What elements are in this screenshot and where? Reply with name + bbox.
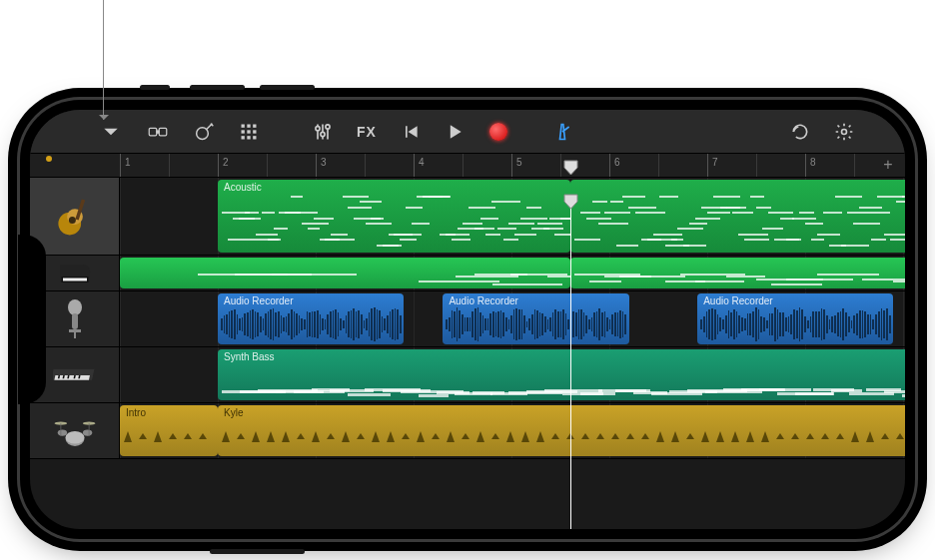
region-keys-1[interactable] [570,258,905,288]
record-button[interactable] [477,117,519,147]
svg-point-14 [321,132,325,136]
track-acoustic: Acoustic [30,178,905,256]
svg-rect-4 [242,124,245,127]
track-lane-acoustic[interactable]: Acoustic [120,178,905,255]
track-lane-keys[interactable] [120,256,905,290]
svg-point-2 [157,130,160,133]
ruler-bar-1: 1 [120,154,131,177]
track-lane-drummer[interactable]: IntroKyle [120,403,905,458]
svg-point-37 [82,429,91,435]
toolbar: FX [30,110,905,154]
track-keys [30,256,905,291]
svg-rect-24 [72,313,78,329]
svg-rect-6 [253,124,256,127]
record-icon [489,123,507,141]
grand-piano-icon [57,261,93,286]
browser-button[interactable] [134,117,182,147]
drum-kit-icon [53,414,97,448]
region-keys-0[interactable] [120,258,570,288]
svg-rect-22 [63,278,87,280]
ruler-bar-3: 3 [316,154,327,177]
track-controls-button[interactable] [302,117,344,147]
svg-rect-11 [247,136,250,139]
instrument-button[interactable] [184,117,226,147]
region-label: Audio Recorder [224,295,398,306]
playhead[interactable] [570,202,571,529]
track-lane-vocal[interactable]: Audio RecorderAudio RecorderAudio Record… [120,291,905,346]
region-vocal-1[interactable]: Audio Recorder [443,293,628,344]
go-to-beginning-button[interactable] [390,117,432,147]
ruler-bar-6: 6 [609,154,620,177]
track-drummer: IntroKyle [30,403,905,459]
region-label: Audio Recorder [449,295,622,306]
metronome-button[interactable] [541,117,583,147]
phone-notch [18,235,46,404]
svg-point-16 [842,129,847,134]
svg-point-19 [68,217,75,224]
svg-rect-9 [253,130,256,133]
microphone-icon [63,299,87,339]
svg-rect-5 [247,124,250,127]
tracks-view-button[interactable] [228,117,270,147]
svg-rect-0 [149,128,157,136]
ruler-bar-4: 4 [414,154,425,177]
svg-rect-8 [247,130,250,133]
svg-rect-1 [159,128,167,136]
region-label: Kyle [224,407,905,418]
acoustic-guitar-icon [54,196,96,238]
phone-side-button [210,549,305,554]
svg-point-23 [68,299,82,315]
my-songs-button[interactable] [90,117,132,147]
phone-volume-up [190,85,245,90]
region-acoustic-0[interactable]: Acoustic [218,180,570,253]
track-vocal: Audio RecorderAudio RecorderAudio Record… [30,291,905,347]
region-label: Audio Recorder [703,295,887,306]
tracks-area: AcousticAudio RecorderAudio RecorderAudi… [30,178,905,529]
loop-browser-button[interactable] [779,117,821,147]
svg-rect-7 [242,130,245,133]
svg-point-36 [57,429,66,435]
ruler-bar-5: 5 [511,154,522,177]
ruler-bar-2: 2 [218,154,229,177]
svg-point-35 [65,431,84,444]
fx-button[interactable]: FX [346,117,388,147]
region-drummer-1[interactable]: Kyle [218,405,905,456]
settings-button[interactable] [823,117,865,147]
region-label: Acoustic [224,182,564,193]
svg-rect-25 [69,329,81,332]
app-screen: FX [30,110,905,529]
region-acoustic-1[interactable] [570,180,905,253]
region-vocal-2[interactable]: Audio Recorder [697,293,893,344]
svg-rect-10 [242,136,245,139]
track-header-acoustic[interactable] [30,178,120,255]
phone-frame: FX [20,100,915,539]
svg-rect-26 [74,332,76,338]
region-label: Synth Bass [224,351,905,362]
svg-point-15 [326,124,330,128]
ruler[interactable]: 12345678 + [30,154,905,178]
annotation-callout-line [103,0,104,120]
svg-point-3 [197,127,209,139]
svg-rect-12 [253,136,256,139]
region-synthbass-0[interactable]: Synth Bass [218,349,905,400]
add-section-button[interactable]: + [879,156,897,174]
ruler-bar-8: 8 [805,154,816,177]
ruler-playhead-handle[interactable] [563,160,578,178]
track-synthbass: Synth Bass [30,347,905,403]
playhead-handle-icon [563,194,578,210]
phone-silent-switch [140,85,170,90]
cycle-marker[interactable] [46,156,52,162]
track-lane-synthbass[interactable]: Synth Bass [120,347,905,402]
track-header-drummer[interactable] [30,403,120,458]
region-label: Intro [126,407,212,418]
svg-point-13 [316,126,320,130]
phone-volume-down [260,85,315,90]
keyboard-synth-icon [53,363,97,387]
play-button[interactable] [434,117,475,147]
region-vocal-0[interactable]: Audio Recorder [218,293,404,344]
ruler-bar-7: 7 [707,154,718,177]
region-drummer-0[interactable]: Intro [120,405,218,456]
